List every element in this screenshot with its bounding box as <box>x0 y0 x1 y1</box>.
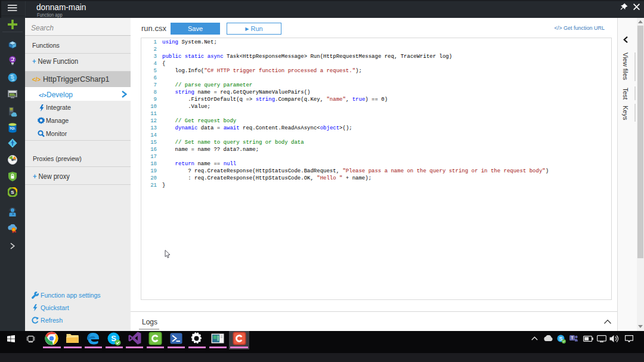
svg-text:T: T <box>571 336 574 340</box>
svg-text:SQL: SQL <box>10 127 16 130</box>
svg-text:S: S <box>11 190 14 195</box>
